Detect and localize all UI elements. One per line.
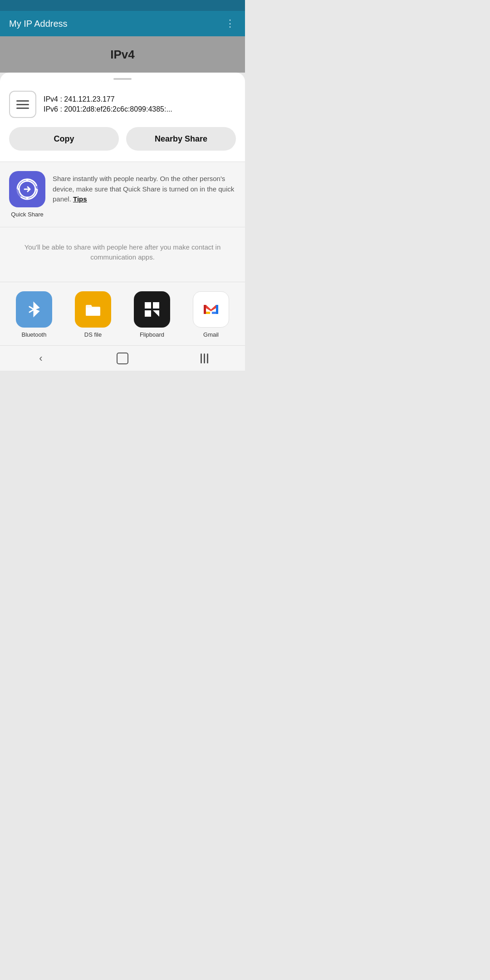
- bluetooth-svg: [24, 299, 44, 319]
- sheet-handle: [0, 73, 245, 83]
- bluetooth-icon: [16, 291, 52, 328]
- app-label-flipboard: Flipboard: [140, 331, 164, 338]
- svg-marker-15: [216, 305, 218, 314]
- bg-tab-title: IPv4: [110, 48, 135, 62]
- icon-line-1: [16, 100, 29, 102]
- quick-share-label: Quick Share: [11, 211, 44, 218]
- nav-bar: ‹: [0, 345, 245, 371]
- home-button[interactable]: [109, 349, 136, 368]
- apps-row: Bluetooth DS file: [5, 291, 240, 338]
- apps-section: Bluetooth DS file: [0, 282, 245, 345]
- app-title: My IP Address: [9, 19, 68, 29]
- recent-bar-3: [207, 353, 208, 363]
- ip-info-row: IPv4 : 241.121.23.177 IPv6 : 2001:2d8:ef…: [0, 83, 245, 127]
- quick-share-section: Quick Share Share instantly with people …: [0, 162, 245, 227]
- people-section: You'll be able to share with people here…: [0, 227, 245, 282]
- back-icon: ‹: [39, 353, 42, 364]
- sheet-handle-bar: [113, 78, 132, 80]
- recent-bar-1: [201, 353, 202, 363]
- recents-icon: [201, 353, 208, 363]
- icon-line-2: [16, 104, 29, 105]
- quick-share-svg: [15, 177, 39, 201]
- quick-share-description: Share instantly with people nearby. On t…: [53, 171, 236, 205]
- recents-button[interactable]: [191, 349, 218, 368]
- app-item-gmail[interactable]: Gmail: [186, 291, 236, 338]
- dsfile-svg: [82, 299, 104, 320]
- app-item-flipboard[interactable]: Flipboard: [127, 291, 177, 338]
- app-label-bluetooth: Bluetooth: [22, 331, 47, 338]
- quick-share-icon-wrap: Quick Share: [9, 171, 45, 218]
- app-label-dsfile: DS file: [84, 331, 102, 338]
- tips-link[interactable]: Tips: [73, 195, 87, 203]
- home-icon: [117, 353, 128, 364]
- quick-share-icon[interactable]: [9, 171, 45, 207]
- bottom-sheet: IPv4 : 241.121.23.177 IPv6 : 2001:2d8:ef…: [0, 73, 245, 345]
- quick-share-inner: Quick Share Share instantly with people …: [9, 171, 236, 218]
- app-label-gmail: Gmail: [203, 331, 219, 338]
- recent-bar-2: [204, 353, 205, 363]
- ipv4-value: IPv4 : 241.121.23.177: [44, 95, 172, 103]
- ipv6-value: IPv6 : 2001:2d8:ef26:2c6c:8099:4385:...: [44, 105, 172, 113]
- gmail-svg: [200, 299, 222, 320]
- nearby-share-button[interactable]: Nearby Share: [126, 127, 236, 151]
- flipboard-icon: [134, 291, 170, 328]
- flipboard-svg: [141, 299, 163, 320]
- more-menu-icon[interactable]: ⋮: [225, 18, 236, 29]
- app-item-bluetooth[interactable]: Bluetooth: [9, 291, 59, 338]
- action-buttons-row: Copy Nearby Share: [0, 127, 245, 162]
- back-button[interactable]: ‹: [27, 349, 54, 368]
- gmail-icon: [193, 291, 229, 328]
- dsfile-icon: [75, 291, 111, 328]
- app-item-dsfile[interactable]: DS file: [68, 291, 118, 338]
- ip-icon: [9, 91, 36, 118]
- people-section-text: You'll be able to share with people here…: [9, 242, 236, 263]
- svg-rect-8: [145, 310, 151, 317]
- ip-text-block: IPv4 : 241.121.23.177 IPv6 : 2001:2d8:ef…: [44, 95, 172, 113]
- status-bar: [0, 0, 245, 11]
- svg-rect-7: [153, 302, 159, 309]
- app-header: My IP Address ⋮: [0, 11, 245, 36]
- svg-marker-14: [204, 305, 206, 314]
- bg-content: IPv4: [0, 36, 245, 73]
- icon-line-3: [16, 108, 29, 109]
- svg-rect-6: [145, 302, 151, 309]
- copy-button[interactable]: Copy: [9, 127, 119, 151]
